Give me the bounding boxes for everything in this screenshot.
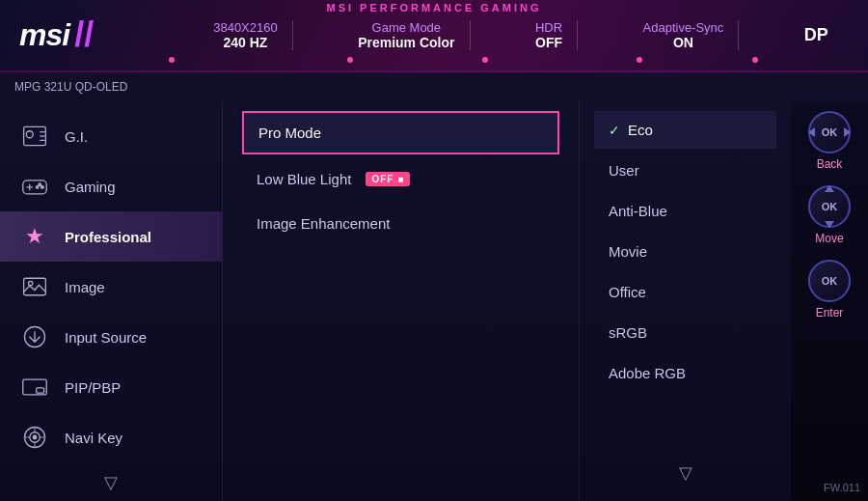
srgb-label: sRGB (609, 324, 647, 341)
fw-label: FW.011 (824, 482, 860, 493)
pink-dot-2 (347, 57, 353, 63)
pro-mode-label: Pro Mode (258, 125, 321, 141)
star-icon: ★ (25, 224, 44, 249)
sidebar-scroll-down[interactable]: ▽ (0, 462, 222, 501)
nav-resolution: 3840X2160 240 HZ (199, 20, 293, 50)
svg-point-1 (26, 131, 33, 138)
move-control[interactable]: OK Move (808, 185, 851, 245)
image-icon (19, 271, 50, 302)
back-control[interactable]: OK Back (808, 111, 851, 171)
right-panel-container: ✓ Eco User Anti-Blue Movie (594, 111, 776, 491)
user-label: User (609, 162, 639, 179)
svg-rect-10 (37, 388, 44, 393)
middle-item-image-enhancement[interactable]: Image Enhancement (242, 204, 559, 243)
middle-item-low-blue-light[interactable]: Low Blue Light OFF ■ (242, 159, 559, 199)
back-button[interactable]: OK (808, 111, 851, 153)
top-banner: MSI PERFORMANCE GAMING msi 3840X2160 240… (0, 0, 868, 72)
professional-label: Professional (65, 229, 151, 245)
gi-icon (19, 121, 50, 152)
anti-blue-label: Anti-Blue (609, 203, 667, 219)
svg-point-7 (28, 281, 32, 285)
arrow-up-icon (825, 185, 834, 192)
image-label: Image (65, 279, 105, 295)
office-label: Office (609, 284, 646, 300)
banner-text: MSI PERFORMANCE GAMING (326, 2, 541, 14)
move-button[interactable]: OK (808, 185, 851, 228)
sidebar-item-professional[interactable]: ★ Professional (0, 211, 222, 262)
back-label: Back (817, 157, 843, 171)
logo-area: msi (0, 7, 174, 65)
image-enhancement-label: Image Enhancement (257, 215, 390, 232)
move-label: Move (815, 232, 843, 245)
input-source-icon (19, 321, 50, 352)
pink-dot-5 (752, 57, 758, 63)
gaming-label: Gaming (65, 179, 116, 195)
move-ok-text: OK (822, 201, 838, 212)
sidebar: G.I. Gaming (0, 101, 222, 501)
nav-adaptive-sync: Adaptive-Sync ON (629, 20, 740, 50)
right-item-eco[interactable]: ✓ Eco (594, 111, 776, 149)
movie-label: Movie (609, 243, 647, 260)
svg-rect-6 (24, 278, 46, 295)
navi-key-icon (19, 422, 50, 453)
eco-label: Eco (628, 122, 653, 138)
sidebar-item-gi[interactable]: G.I. (0, 111, 222, 161)
gi-label: G.I. (65, 128, 88, 145)
pip-pbp-label: PIP/PBP (65, 379, 121, 396)
off-badge: OFF ■ (366, 172, 410, 186)
enter-button[interactable]: OK (808, 260, 851, 302)
svg-point-13 (33, 435, 37, 439)
right-panel-scroll-down[interactable]: ▽ (594, 455, 776, 491)
content-layout: G.I. Gaming (0, 72, 868, 501)
far-right-controls: OK Back OK Move OK Enter (791, 101, 868, 501)
right-item-movie[interactable]: Movie (594, 233, 776, 270)
back-ok-text: OK (822, 126, 838, 138)
sidebar-container: G.I. Gaming (0, 111, 222, 491)
svg-point-4 (41, 186, 44, 189)
right-item-office[interactable]: Office (594, 273, 776, 311)
nav-game-mode: Game Mode Premium Color (343, 20, 470, 50)
sidebar-item-input-source[interactable]: Input Source (0, 312, 222, 362)
arrow-down-icon (825, 221, 834, 228)
logo-slash-icon (74, 7, 113, 65)
middle-item-pro-mode[interactable]: Pro Mode (242, 111, 559, 154)
model-label: MPG 321U QD-OLED (14, 80, 127, 94)
professional-icon: ★ (19, 221, 50, 252)
navi-key-label: Navi Key (65, 430, 122, 446)
sidebar-item-gaming[interactable]: Gaming (0, 161, 222, 211)
input-source-label: Input Source (65, 329, 147, 346)
sidebar-items-list: G.I. Gaming (0, 111, 222, 462)
right-item-anti-blue[interactable]: Anti-Blue (594, 192, 776, 230)
sidebar-item-image[interactable]: Image (0, 262, 222, 312)
pink-dot-3 (482, 57, 488, 63)
enter-label: Enter (816, 306, 844, 320)
arrow-right-icon (844, 127, 851, 137)
pip-pbp-icon (19, 372, 50, 403)
right-panel: ✓ Eco User Anti-Blue Movie (579, 101, 791, 501)
enter-ok-text: OK (822, 275, 838, 287)
right-items-list: ✓ Eco User Anti-Blue Movie (594, 111, 776, 455)
middle-panel: Pro Mode Low Blue Light OFF ■ Image Enha… (222, 101, 579, 501)
right-item-srgb[interactable]: sRGB (594, 314, 776, 351)
arrow-left-icon (808, 127, 815, 137)
right-item-adobe-rgb[interactable]: Adobe RGB (594, 354, 776, 392)
check-icon-eco: ✓ (609, 123, 620, 138)
header-nav: 3840X2160 240 HZ Game Mode Premium Color… (174, 20, 868, 50)
enter-control[interactable]: OK Enter (808, 260, 851, 320)
svg-point-5 (36, 186, 39, 189)
adobe-rgb-label: Adobe RGB (609, 365, 686, 381)
sidebar-item-pip-pbp[interactable]: PIP/PBP (0, 362, 222, 412)
gaming-icon (19, 171, 50, 202)
nav-hdr: HDR OFF (521, 20, 578, 50)
main-content: MPG 321U QD-OLED (0, 72, 868, 501)
nav-dp: DP (790, 25, 843, 45)
sidebar-item-navi-key[interactable]: Navi Key (0, 412, 222, 462)
pink-dot-4 (637, 57, 642, 63)
svg-point-3 (39, 183, 41, 186)
low-blue-light-label: Low Blue Light (257, 171, 351, 187)
msi-logo: msi (19, 17, 69, 53)
right-item-user[interactable]: User (594, 152, 776, 189)
